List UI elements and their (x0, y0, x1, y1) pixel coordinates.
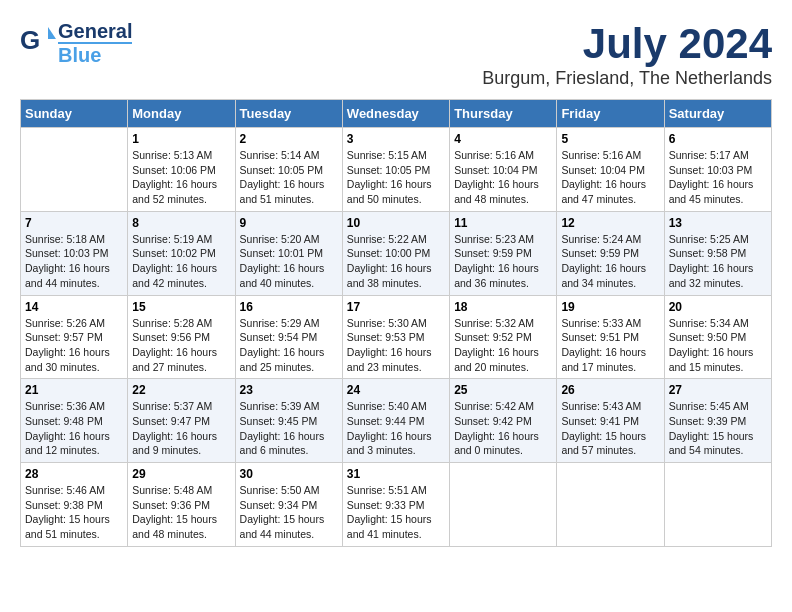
day-number: 24 (347, 383, 445, 397)
day-number: 11 (454, 216, 552, 230)
day-info: Sunrise: 5:30 AM Sunset: 9:53 PM Dayligh… (347, 316, 445, 375)
logo-line1: General (58, 20, 132, 42)
day-info: Sunrise: 5:16 AM Sunset: 10:04 PM Daylig… (454, 148, 552, 207)
day-number: 5 (561, 132, 659, 146)
calendar-cell: 8Sunrise: 5:19 AM Sunset: 10:02 PM Dayli… (128, 211, 235, 295)
day-info: Sunrise: 5:34 AM Sunset: 9:50 PM Dayligh… (669, 316, 767, 375)
calendar-week-row: 14Sunrise: 5:26 AM Sunset: 9:57 PM Dayli… (21, 295, 772, 379)
day-number: 13 (669, 216, 767, 230)
day-info: Sunrise: 5:50 AM Sunset: 9:34 PM Dayligh… (240, 483, 338, 542)
location-title: Burgum, Friesland, The Netherlands (482, 68, 772, 89)
calendar-cell: 15Sunrise: 5:28 AM Sunset: 9:56 PM Dayli… (128, 295, 235, 379)
day-info: Sunrise: 5:13 AM Sunset: 10:06 PM Daylig… (132, 148, 230, 207)
calendar-cell: 28Sunrise: 5:46 AM Sunset: 9:38 PM Dayli… (21, 463, 128, 547)
calendar-cell: 19Sunrise: 5:33 AM Sunset: 9:51 PM Dayli… (557, 295, 664, 379)
calendar-cell: 10Sunrise: 5:22 AM Sunset: 10:00 PM Dayl… (342, 211, 449, 295)
day-info: Sunrise: 5:36 AM Sunset: 9:48 PM Dayligh… (25, 399, 123, 458)
day-number: 14 (25, 300, 123, 314)
day-number: 10 (347, 216, 445, 230)
day-number: 7 (25, 216, 123, 230)
weekday-header: Friday (557, 100, 664, 128)
day-number: 21 (25, 383, 123, 397)
day-info: Sunrise: 5:51 AM Sunset: 9:33 PM Dayligh… (347, 483, 445, 542)
weekday-header: Thursday (450, 100, 557, 128)
svg-marker-1 (48, 27, 56, 39)
day-info: Sunrise: 5:16 AM Sunset: 10:04 PM Daylig… (561, 148, 659, 207)
weekday-header: Saturday (664, 100, 771, 128)
calendar-week-row: 7Sunrise: 5:18 AM Sunset: 10:03 PM Dayli… (21, 211, 772, 295)
day-number: 6 (669, 132, 767, 146)
weekday-header: Monday (128, 100, 235, 128)
calendar-cell: 25Sunrise: 5:42 AM Sunset: 9:42 PM Dayli… (450, 379, 557, 463)
day-number: 19 (561, 300, 659, 314)
day-info: Sunrise: 5:25 AM Sunset: 9:58 PM Dayligh… (669, 232, 767, 291)
calendar-cell: 18Sunrise: 5:32 AM Sunset: 9:52 PM Dayli… (450, 295, 557, 379)
page-header: G General Blue July 2024 Burgum, Friesla… (20, 20, 772, 89)
day-number: 17 (347, 300, 445, 314)
svg-text:G: G (20, 25, 40, 55)
day-number: 3 (347, 132, 445, 146)
day-number: 31 (347, 467, 445, 481)
day-info: Sunrise: 5:17 AM Sunset: 10:03 PM Daylig… (669, 148, 767, 207)
day-info: Sunrise: 5:46 AM Sunset: 9:38 PM Dayligh… (25, 483, 123, 542)
calendar-cell: 2Sunrise: 5:14 AM Sunset: 10:05 PM Dayli… (235, 128, 342, 212)
calendar-cell: 6Sunrise: 5:17 AM Sunset: 10:03 PM Dayli… (664, 128, 771, 212)
weekday-header: Sunday (21, 100, 128, 128)
day-number: 8 (132, 216, 230, 230)
weekday-header: Tuesday (235, 100, 342, 128)
calendar-cell: 5Sunrise: 5:16 AM Sunset: 10:04 PM Dayli… (557, 128, 664, 212)
calendar-cell: 30Sunrise: 5:50 AM Sunset: 9:34 PM Dayli… (235, 463, 342, 547)
calendar-cell: 31Sunrise: 5:51 AM Sunset: 9:33 PM Dayli… (342, 463, 449, 547)
header-row: SundayMondayTuesdayWednesdayThursdayFrid… (21, 100, 772, 128)
calendar-cell: 13Sunrise: 5:25 AM Sunset: 9:58 PM Dayli… (664, 211, 771, 295)
calendar-week-row: 28Sunrise: 5:46 AM Sunset: 9:38 PM Dayli… (21, 463, 772, 547)
calendar-cell (450, 463, 557, 547)
day-info: Sunrise: 5:24 AM Sunset: 9:59 PM Dayligh… (561, 232, 659, 291)
calendar-cell: 1Sunrise: 5:13 AM Sunset: 10:06 PM Dayli… (128, 128, 235, 212)
day-number: 9 (240, 216, 338, 230)
day-info: Sunrise: 5:42 AM Sunset: 9:42 PM Dayligh… (454, 399, 552, 458)
calendar-cell: 14Sunrise: 5:26 AM Sunset: 9:57 PM Dayli… (21, 295, 128, 379)
logo-line2: Blue (58, 42, 132, 66)
calendar-cell: 23Sunrise: 5:39 AM Sunset: 9:45 PM Dayli… (235, 379, 342, 463)
day-number: 22 (132, 383, 230, 397)
day-info: Sunrise: 5:23 AM Sunset: 9:59 PM Dayligh… (454, 232, 552, 291)
calendar-cell: 9Sunrise: 5:20 AM Sunset: 10:01 PM Dayli… (235, 211, 342, 295)
day-info: Sunrise: 5:26 AM Sunset: 9:57 PM Dayligh… (25, 316, 123, 375)
day-info: Sunrise: 5:15 AM Sunset: 10:05 PM Daylig… (347, 148, 445, 207)
day-number: 27 (669, 383, 767, 397)
day-info: Sunrise: 5:19 AM Sunset: 10:02 PM Daylig… (132, 232, 230, 291)
day-info: Sunrise: 5:45 AM Sunset: 9:39 PM Dayligh… (669, 399, 767, 458)
day-info: Sunrise: 5:29 AM Sunset: 9:54 PM Dayligh… (240, 316, 338, 375)
title-block: July 2024 Burgum, Friesland, The Netherl… (482, 20, 772, 89)
day-info: Sunrise: 5:22 AM Sunset: 10:00 PM Daylig… (347, 232, 445, 291)
day-number: 26 (561, 383, 659, 397)
weekday-header: Wednesday (342, 100, 449, 128)
day-info: Sunrise: 5:18 AM Sunset: 10:03 PM Daylig… (25, 232, 123, 291)
day-info: Sunrise: 5:14 AM Sunset: 10:05 PM Daylig… (240, 148, 338, 207)
day-info: Sunrise: 5:20 AM Sunset: 10:01 PM Daylig… (240, 232, 338, 291)
calendar-cell: 17Sunrise: 5:30 AM Sunset: 9:53 PM Dayli… (342, 295, 449, 379)
calendar-week-row: 1Sunrise: 5:13 AM Sunset: 10:06 PM Dayli… (21, 128, 772, 212)
day-number: 16 (240, 300, 338, 314)
day-number: 29 (132, 467, 230, 481)
calendar-cell: 22Sunrise: 5:37 AM Sunset: 9:47 PM Dayli… (128, 379, 235, 463)
calendar-table: SundayMondayTuesdayWednesdayThursdayFrid… (20, 99, 772, 547)
day-number: 18 (454, 300, 552, 314)
logo-icon: G (20, 23, 56, 63)
calendar-cell (557, 463, 664, 547)
calendar-cell: 16Sunrise: 5:29 AM Sunset: 9:54 PM Dayli… (235, 295, 342, 379)
calendar-cell: 12Sunrise: 5:24 AM Sunset: 9:59 PM Dayli… (557, 211, 664, 295)
day-info: Sunrise: 5:39 AM Sunset: 9:45 PM Dayligh… (240, 399, 338, 458)
day-number: 1 (132, 132, 230, 146)
calendar-cell: 4Sunrise: 5:16 AM Sunset: 10:04 PM Dayli… (450, 128, 557, 212)
day-info: Sunrise: 5:32 AM Sunset: 9:52 PM Dayligh… (454, 316, 552, 375)
calendar-cell: 20Sunrise: 5:34 AM Sunset: 9:50 PM Dayli… (664, 295, 771, 379)
day-number: 30 (240, 467, 338, 481)
day-info: Sunrise: 5:48 AM Sunset: 9:36 PM Dayligh… (132, 483, 230, 542)
day-number: 28 (25, 467, 123, 481)
logo: G General Blue (20, 20, 132, 66)
day-info: Sunrise: 5:40 AM Sunset: 9:44 PM Dayligh… (347, 399, 445, 458)
calendar-week-row: 21Sunrise: 5:36 AM Sunset: 9:48 PM Dayli… (21, 379, 772, 463)
day-number: 2 (240, 132, 338, 146)
